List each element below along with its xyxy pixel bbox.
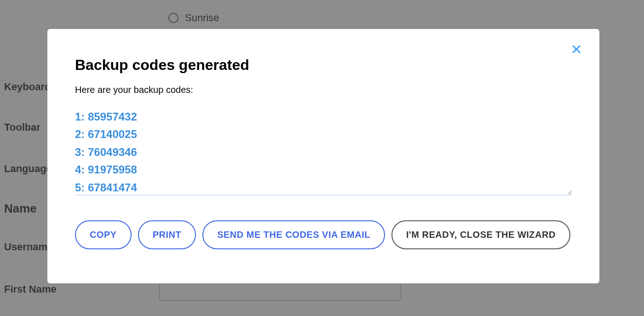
email-codes-button[interactable]: SEND ME THE CODES VIA EMAIL	[202, 220, 385, 249]
copy-button[interactable]: COPY	[75, 220, 132, 249]
print-button[interactable]: PRINT	[138, 220, 196, 249]
modal-button-row: COPY PRINT SEND ME THE CODES VIA EMAIL I…	[75, 220, 572, 249]
backup-codes-modal: Backup codes generated Here are your bac…	[47, 29, 599, 283]
backup-codes-textarea[interactable]	[75, 108, 572, 195]
close-wizard-button[interactable]: I'M READY, CLOSE THE WIZARD	[391, 220, 570, 249]
modal-title: Backup codes generated	[75, 57, 572, 74]
modal-subtitle: Here are your backup codes:	[75, 85, 572, 95]
close-icon[interactable]	[571, 44, 582, 55]
